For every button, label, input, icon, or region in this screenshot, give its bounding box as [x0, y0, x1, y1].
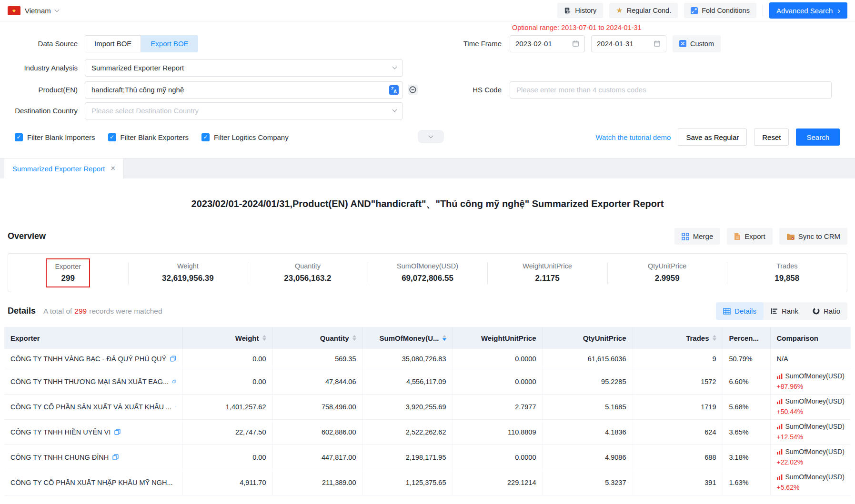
sync-to-crm-button[interactable]: Sync to CRM	[779, 228, 847, 245]
col-trades[interactable]: Trades	[633, 327, 723, 349]
custom-range-button[interactable]: Custom	[673, 35, 721, 52]
report-body: 2023/02/01-2024/01/31,Product(EN) AND"ha…	[0, 198, 855, 495]
sort-icon-active-desc[interactable]	[443, 335, 446, 341]
industry-analysis-select[interactable]: Summarized Exporter Report	[85, 59, 403, 77]
exporter-name-link[interactable]: CÔNG TY CỔ PHẦN XUẤT NHẬP KHẨU MỸ NGH...	[10, 479, 176, 486]
comparison-cell: SumOfMoney(USD)+50.44%	[770, 394, 851, 419]
trades-cell: 9	[633, 349, 723, 369]
close-icon[interactable]: ×	[111, 164, 115, 173]
weight-cell: 0.00	[182, 445, 272, 470]
qup-cell: 5.3237	[543, 470, 633, 495]
export-boe-button[interactable]: Export BOE	[141, 35, 198, 52]
hs-code-input[interactable]	[510, 81, 832, 99]
details-heading: Details	[8, 306, 36, 316]
table-row: CÔNG TY TNHH VÀNG BẠC - ĐÁ QUÝ PHÚ QUÝ 0…	[4, 349, 851, 369]
rank-bars-icon	[771, 308, 778, 315]
industry-analysis-value: Summarized Exporter Report	[91, 64, 184, 72]
wup-cell: 229.1214	[453, 470, 543, 495]
percent-cell: 3.18%	[723, 445, 770, 470]
product-input[interactable]	[91, 86, 385, 94]
export-button[interactable]: Export	[727, 228, 772, 245]
date-from-input[interactable]: 2023-02-01	[510, 35, 585, 52]
exporter-name-link[interactable]: CÔNG TY CỔ PHẦN SẢN XUẤT VÀ XUẤT KHẨU ..…	[10, 403, 176, 411]
data-source-segment: Import BOE Export BOE	[85, 35, 198, 52]
tab-strip: Summarized Exporter Report ×	[0, 158, 855, 178]
trend-up-icon	[777, 474, 783, 480]
copy-icon[interactable]	[175, 404, 176, 410]
weight-cell: 4,911.70	[182, 470, 272, 495]
translate-icon[interactable]: A	[389, 85, 399, 95]
import-boe-button[interactable]: Import BOE	[85, 35, 141, 52]
tutorial-link[interactable]: Watch the tutorial demo	[596, 133, 671, 141]
fold-icon	[691, 7, 698, 14]
exporter-name-link[interactable]: CÔNG TY TNHH CHUNG ĐỈNH	[10, 454, 176, 461]
export-label: Export	[744, 232, 765, 240]
col-weight[interactable]: Weight	[182, 327, 272, 349]
reset-button[interactable]: Reset	[754, 128, 789, 146]
custom-label: Custom	[690, 40, 714, 48]
qup-cell: 61,615.6036	[543, 349, 633, 369]
exporter-name-link[interactable]: CÔNG TY TNHH THƯƠNG MẠI SẢN XUẤT EAG...	[10, 378, 176, 385]
time-frame-label: Time Frame	[431, 40, 510, 48]
hs-code-group: HS Code	[431, 81, 832, 99]
copy-icon[interactable]	[114, 429, 121, 435]
view-ratio-button[interactable]: Ratio	[805, 302, 847, 320]
trades-cell: 688	[633, 445, 723, 470]
merge-icon	[682, 233, 689, 240]
wup-cell: 2.7977	[453, 394, 543, 419]
copy-icon[interactable]	[172, 378, 176, 385]
col-quantity[interactable]: Quantity	[272, 327, 362, 349]
regular-cond-button[interactable]: ★ Regular Cond.	[609, 3, 678, 18]
collapse-conditions-button[interactable]	[418, 130, 444, 143]
table-icon	[723, 308, 731, 315]
trades-cell: 1572	[633, 369, 723, 394]
stat-qty-unit-price: QtyUnitPrice 2.9959	[607, 254, 727, 292]
tab-summarized-exporter-report[interactable]: Summarized Exporter Report ×	[4, 158, 124, 178]
comparison-cell: N/A	[770, 349, 851, 369]
wup-cell: 110.8809	[453, 419, 543, 445]
trend-up-icon	[777, 424, 783, 430]
sort-icon[interactable]	[352, 335, 356, 341]
country-selector[interactable]: ★ Vietnam	[8, 6, 59, 15]
col-sum-of-money[interactable]: SumOfMoney(U...	[362, 327, 453, 349]
view-ratio-label: Ratio	[824, 307, 840, 315]
topbar-actions: History ★ Regular Cond. Fold Conditions …	[557, 2, 847, 19]
qup-cell: 4.1836	[543, 419, 633, 445]
date-from-value: 2023-02-01	[515, 40, 552, 48]
copy-icon[interactable]	[112, 454, 119, 460]
filter-blank-exporters-checkbox[interactable]: ✓ Filter Blank Exporters	[108, 133, 189, 141]
filter-blank-importers-checkbox[interactable]: ✓ Filter Blank Importers	[15, 133, 95, 141]
trend-up-icon	[777, 398, 783, 405]
percent-cell: 6.60%	[723, 369, 770, 394]
fold-conditions-button[interactable]: Fold Conditions	[684, 3, 756, 18]
calendar-icon	[654, 40, 661, 47]
sort-icon[interactable]	[262, 335, 266, 341]
matched-records-text: A total of299records were matched	[43, 307, 162, 316]
copy-icon[interactable]	[170, 356, 176, 362]
weight-cell: 0.00	[182, 369, 272, 394]
wup-cell: 0.0000	[453, 445, 543, 470]
exclude-icon[interactable]	[408, 85, 418, 95]
qup-cell: 95.2285	[543, 369, 633, 394]
exporter-name-link[interactable]: CÔNG TY TNHH VÀNG BẠC - ĐÁ QUÝ PHÚ QUÝ	[10, 355, 176, 363]
filter-logitics-company-checkbox[interactable]: ✓ Filter Logitics Company	[201, 133, 289, 141]
overview-actions: Merge Export Sync to CRM	[674, 228, 847, 245]
view-details-button[interactable]: Details	[716, 302, 764, 320]
sort-icon[interactable]	[713, 335, 716, 341]
percent-cell: 50.79%	[723, 349, 770, 369]
save-as-regular-button[interactable]: Save as Regular	[678, 128, 747, 146]
hs-code-label: HS Code	[431, 86, 510, 94]
exporter-name-link[interactable]: CÔNG TY TNHH HIỀN UYÊN VI	[10, 428, 176, 436]
stat-weight-unit-price: WeightUnitPrice 2.1175	[487, 254, 607, 292]
divider	[763, 5, 763, 16]
merge-button[interactable]: Merge	[674, 228, 721, 245]
stat-quantity: Quantity 23,056,163.2	[248, 254, 368, 292]
advanced-search-button[interactable]: Advanced Search ›	[769, 2, 847, 19]
destination-country-select[interactable]: Please select Destination Country	[85, 102, 403, 119]
col-qty-unit-price: QtyUnitPrice	[543, 327, 633, 349]
wup-cell: 0.0000	[453, 369, 543, 394]
history-button[interactable]: History	[557, 3, 603, 18]
date-to-input[interactable]: 2024-01-31	[591, 35, 666, 52]
view-rank-button[interactable]: Rank	[764, 302, 805, 320]
search-button[interactable]: Search	[796, 128, 840, 146]
